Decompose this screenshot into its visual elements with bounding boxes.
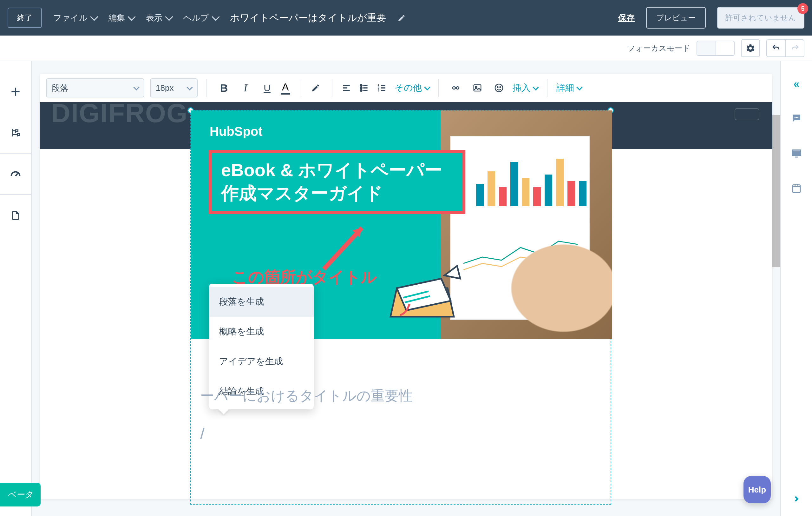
- main-area: 段落 18px B I U A 123 その他 挿入 詳細 DIGIFROG: [32, 61, 780, 516]
- number-list-button[interactable]: 123: [377, 83, 389, 93]
- sub-toolbar: フォーカスモード: [0, 35, 812, 61]
- undo-redo-group: [766, 39, 804, 57]
- highlight-button[interactable]: [310, 82, 323, 93]
- left-sidebar: [0, 61, 32, 516]
- paragraph-style-select[interactable]: 段落: [46, 78, 144, 98]
- undo-button[interactable]: [766, 39, 785, 57]
- chevron-down-icon: [133, 84, 140, 90]
- text-color-button[interactable]: A: [281, 81, 292, 94]
- generate-idea-item[interactable]: アイデアを生成: [209, 347, 314, 376]
- svg-point-20: [500, 87, 501, 88]
- add-icon[interactable]: [0, 71, 31, 112]
- view-menu-label: 表示: [146, 12, 163, 24]
- monitor-icon[interactable]: [781, 136, 812, 171]
- help-menu-label: ヘルプ: [183, 12, 209, 24]
- focus-mode-label: フォーカスモード: [628, 43, 690, 53]
- not-allowed-label: 許可されていません: [725, 13, 796, 22]
- menu-placeholder-icon: [734, 108, 760, 122]
- italic-button[interactable]: I: [238, 80, 254, 96]
- chevron-down-icon: [165, 13, 173, 21]
- view-menu[interactable]: 表示: [146, 12, 172, 24]
- font-size-select[interactable]: 18px: [150, 78, 198, 98]
- hero-title-line1: eBook & ホワイトペーパー: [221, 159, 453, 182]
- svg-rect-0: [16, 130, 18, 132]
- save-button[interactable]: 保存: [618, 12, 635, 24]
- settings-button[interactable]: [741, 39, 760, 57]
- hero-title-line2: 作成マスターガイド: [221, 182, 453, 205]
- file-icon[interactable]: [0, 195, 31, 236]
- page-title: ホワイトペーパーはタイトルが重要: [230, 11, 386, 24]
- bullet-list-button[interactable]: [359, 83, 371, 93]
- edit-menu-label: 編集: [109, 12, 125, 24]
- chevron-down-icon: [186, 84, 193, 90]
- focus-mode-toggle[interactable]: [697, 40, 734, 56]
- brand-logo: HubSpot: [210, 125, 263, 139]
- comment-icon[interactable]: [781, 101, 812, 136]
- editor-canvas: 段落 18px B I U A 123 その他 挿入 詳細 DIGIFROG: [40, 74, 772, 499]
- detail-button[interactable]: 詳細: [556, 82, 582, 94]
- svg-point-2: [794, 117, 796, 118]
- svg-rect-7: [793, 185, 800, 193]
- expand-right-icon[interactable]: [781, 494, 812, 503]
- chevron-down-icon: [532, 84, 539, 90]
- divider: [547, 79, 548, 97]
- svg-point-19: [497, 87, 498, 88]
- svg-text:3: 3: [378, 89, 379, 92]
- svg-point-10: [360, 89, 362, 91]
- edit-menu[interactable]: 編集: [109, 12, 135, 24]
- generate-paragraph-item[interactable]: 段落を生成: [209, 287, 314, 317]
- svg-point-8: [360, 84, 362, 86]
- editable-region[interactable]: HubSpot eBook & ホワイトペーパー 作成マスターガイド この箇所が…: [190, 110, 611, 505]
- right-sidebar: «: [780, 61, 812, 516]
- scrollbar[interactable]: [772, 115, 780, 267]
- paragraph-style-label: 段落: [52, 82, 68, 93]
- collapse-icon[interactable]: «: [781, 66, 812, 101]
- calendar-icon[interactable]: [781, 171, 812, 206]
- folder-illustration: [378, 260, 467, 329]
- edit-title-icon[interactable]: [398, 14, 405, 22]
- link-button[interactable]: [448, 80, 464, 96]
- chevron-down-icon: [90, 13, 98, 21]
- svg-rect-16: [474, 85, 481, 91]
- file-menu[interactable]: ファイル: [53, 12, 97, 24]
- divider: [332, 79, 332, 97]
- svg-point-18: [495, 84, 503, 92]
- svg-rect-6: [792, 150, 801, 152]
- hero-title-box: eBook & ホワイトペーパー 作成マスターガイド: [208, 150, 465, 214]
- preview-button[interactable]: プレビュー: [646, 7, 706, 29]
- emoji-button[interactable]: [491, 80, 507, 96]
- svg-point-3: [796, 117, 797, 118]
- slash-command-cursor[interactable]: /: [200, 425, 205, 443]
- generate-summary-item[interactable]: 概略を生成: [209, 317, 314, 347]
- redo-button[interactable]: [785, 39, 804, 57]
- chevron-down-icon: [424, 84, 430, 90]
- underline-button[interactable]: U: [259, 80, 275, 96]
- beta-badge[interactable]: ベータ: [0, 483, 40, 507]
- divider: [206, 79, 207, 97]
- chevron-down-icon: [576, 84, 583, 90]
- divider: [438, 79, 439, 97]
- notification-badge: 5: [798, 3, 808, 14]
- image-button[interactable]: [469, 80, 485, 96]
- not-allowed-button: 許可されていません 5: [717, 7, 804, 29]
- more-button[interactable]: その他: [395, 82, 430, 94]
- tree-icon[interactable]: [0, 112, 31, 154]
- exit-button[interactable]: 終了: [8, 8, 42, 28]
- insert-label: 挿入: [513, 82, 530, 94]
- insert-button[interactable]: 挿入: [513, 82, 538, 94]
- gauge-icon[interactable]: [0, 154, 31, 195]
- align-button[interactable]: [341, 83, 353, 93]
- chevron-down-icon: [127, 13, 136, 21]
- svg-rect-1: [18, 134, 20, 136]
- more-label: その他: [395, 82, 422, 94]
- help-button[interactable]: Help: [744, 476, 771, 503]
- help-menu[interactable]: ヘルプ: [183, 12, 219, 24]
- svg-point-4: [798, 117, 799, 118]
- body-heading[interactable]: ーパーにおけるタイトルの重要性: [200, 386, 601, 405]
- chevron-down-icon: [211, 13, 220, 21]
- file-menu-label: ファイル: [53, 12, 88, 24]
- brand-hint: DIGIFROG: [51, 98, 188, 129]
- bold-button[interactable]: B: [216, 80, 232, 96]
- detail-label: 詳細: [556, 82, 574, 94]
- divider: [301, 79, 301, 97]
